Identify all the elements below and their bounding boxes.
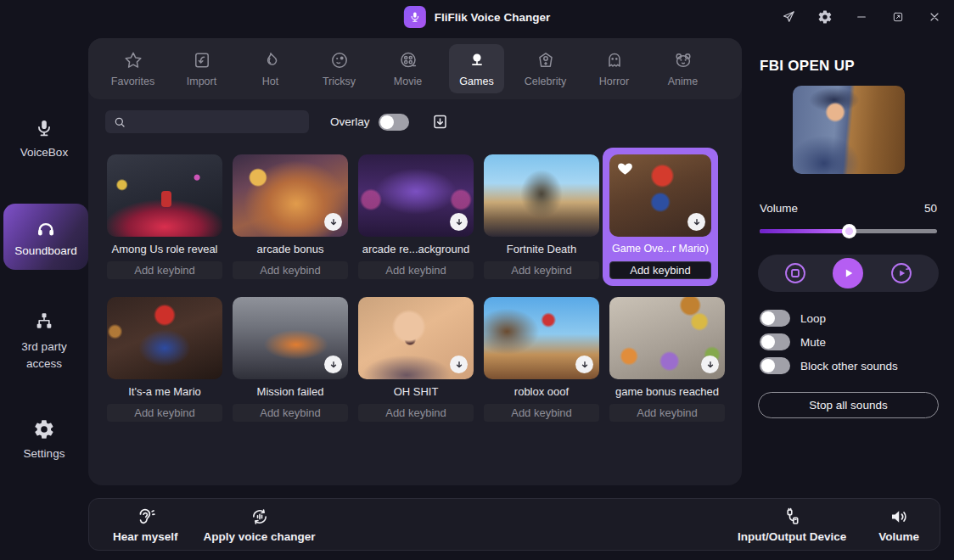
add-keybind-button[interactable]: Add keybind — [609, 261, 711, 279]
sidebar-item-label: Settings — [24, 447, 65, 460]
add-keybind-button[interactable]: Add keybind — [358, 404, 474, 422]
replay-icon — [889, 261, 913, 285]
favorite-heart-icon[interactable] — [616, 160, 634, 177]
sound-card-game-ove-r-mario[interactable]: Game Ove...r Mario) Add keybind — [603, 148, 718, 286]
close-button[interactable] — [927, 9, 942, 25]
sound-thumbnail[interactable] — [609, 297, 725, 379]
sound-thumbnail[interactable] — [609, 154, 711, 237]
search-box[interactable] — [105, 110, 309, 133]
sidebar-item-voicebox[interactable]: VoiceBox — [0, 117, 88, 159]
maximize-button[interactable] — [890, 9, 906, 25]
tab-celebrity[interactable]: Celebrity — [518, 44, 573, 93]
tab-label: Anime — [668, 76, 698, 87]
sound-thumbnail[interactable] — [358, 154, 474, 237]
gear-button[interactable] — [817, 9, 833, 25]
tab-favorites[interactable]: Favorites — [105, 44, 160, 93]
sidebar-item-label: VoiceBox — [20, 146, 68, 159]
tab-hot[interactable]: Hot — [243, 44, 298, 93]
add-keybind-button[interactable]: Add keybind — [107, 404, 222, 422]
replay-button[interactable] — [889, 260, 914, 286]
sound-card-oh-shit[interactable]: OH SHIT Add keybind — [358, 297, 474, 422]
sound-thumbnail[interactable] — [484, 154, 599, 237]
block-other-sounds-toggle[interactable] — [760, 357, 790, 374]
bottom-bar-label: Apply voice changer — [204, 530, 316, 543]
sidebar-item-settings[interactable]: Settings — [0, 418, 88, 460]
add-keybind-button[interactable]: Add keybind — [233, 404, 348, 422]
app-title: FliFlik Voice Changer — [435, 11, 550, 24]
import-icon — [192, 50, 212, 70]
sound-card-label: Mission failed — [233, 385, 348, 399]
sound-card-game-bonus-reached[interactable]: game bonus reached Add keybind — [609, 297, 725, 422]
download-badge-icon[interactable] — [701, 356, 719, 373]
sound-card-label: Game Ove...r Mario) — [609, 243, 711, 256]
play-button[interactable] — [833, 258, 863, 288]
sound-thumbnail[interactable] — [107, 297, 222, 379]
sound-thumbnail[interactable] — [107, 154, 222, 237]
stop-all-sounds-button[interactable]: Stop all sounds — [758, 392, 939, 418]
main-panel: Favorites Import Hot Tricksy Movie Games… — [88, 38, 742, 485]
bottom-bar-volume[interactable]: Volume — [878, 506, 919, 543]
sound-card-roblox-ooof[interactable]: roblox ooof Add keybind — [484, 297, 599, 422]
overlay-toggle[interactable] — [379, 114, 409, 131]
download-badge-icon[interactable] — [687, 213, 705, 231]
sidebar-item-3rd-party-access[interactable]: 3rd party access — [0, 310, 88, 372]
tab-import[interactable]: Import — [174, 44, 229, 93]
bottom-bar-hear-myself[interactable]: Hear myself — [113, 506, 178, 543]
smiley-icon — [329, 50, 350, 70]
download-icon[interactable] — [431, 113, 449, 131]
sound-card-fortnite-death[interactable]: Fortnite Death Add keybind — [484, 154, 599, 279]
tab-label: Favorites — [111, 76, 154, 87]
bottom-bar-right: Input/Output Device Volume — [738, 506, 919, 543]
toggle-row-block-other-sounds: Block other sounds — [760, 357, 954, 374]
stop-button[interactable] — [783, 260, 808, 286]
flame-icon — [261, 50, 281, 70]
minimize-button[interactable] — [854, 9, 869, 25]
tab-movie[interactable]: Movie — [380, 44, 435, 93]
toolbar: Overlay — [105, 110, 449, 133]
sound-thumbnail[interactable] — [233, 154, 348, 237]
toggle-knob — [380, 115, 394, 129]
sound-card-mission-failed[interactable]: Mission failed Add keybind — [233, 297, 348, 422]
sidebar-item-soundboard[interactable]: Soundboard — [3, 204, 88, 270]
download-badge-icon[interactable] — [324, 356, 342, 373]
sound-thumbnail[interactable] — [358, 297, 474, 379]
ear-icon — [134, 506, 156, 528]
send-button[interactable] — [781, 9, 796, 25]
download-badge-icon[interactable] — [450, 213, 468, 231]
download-badge-icon[interactable] — [450, 356, 468, 373]
gear-icon — [817, 9, 833, 25]
tab-label: Import — [187, 76, 216, 87]
tab-games[interactable]: Games — [449, 44, 504, 93]
sound-thumbnail[interactable] — [233, 297, 348, 379]
add-keybind-button[interactable]: Add keybind — [609, 404, 725, 422]
download-badge-icon[interactable] — [575, 356, 593, 373]
mute-toggle[interactable] — [760, 333, 790, 350]
bottom-bar-label: Hear myself — [113, 530, 178, 543]
close-icon — [928, 10, 941, 24]
sound-card-arcade-bonus[interactable]: arcade bonus Add keybind — [233, 154, 348, 279]
add-keybind-button[interactable]: Add keybind — [233, 261, 348, 279]
selected-sound-image — [793, 86, 905, 174]
loop-toggle[interactable] — [760, 310, 790, 327]
slider-knob[interactable] — [842, 224, 856, 238]
tab-horror[interactable]: Horror — [586, 44, 642, 93]
sound-card-among-us-role-reveal[interactable]: Among Us role reveal Add keybind — [107, 154, 222, 279]
volume-value: 50 — [924, 202, 937, 215]
sound-card-it-s-a-me-mario[interactable]: It's-a me Mario Add keybind — [107, 297, 222, 422]
add-keybind-button[interactable]: Add keybind — [107, 261, 222, 279]
add-keybind-button[interactable]: Add keybind — [484, 404, 599, 422]
bottom-bar-apply-voice-changer[interactable]: Apply voice changer — [204, 506, 316, 543]
bottom-bar-label: Volume — [878, 530, 919, 543]
bottom-bar-input-output-device[interactable]: Input/Output Device — [738, 506, 846, 543]
bottom-bar-left: Hear myself Apply voice changer — [113, 506, 316, 543]
add-keybind-button[interactable]: Add keybind — [358, 261, 474, 279]
add-keybind-button[interactable]: Add keybind — [484, 261, 599, 279]
sound-card-label: Fortnite Death — [484, 243, 599, 256]
sound-card-arcade-re-ackground[interactable]: arcade re...ackground Add keybind — [358, 154, 474, 279]
tab-tricksy[interactable]: Tricksy — [311, 44, 367, 93]
search-input[interactable] — [132, 115, 301, 128]
sound-thumbnail[interactable] — [484, 297, 599, 379]
download-badge-icon[interactable] — [324, 213, 342, 231]
volume-slider[interactable] — [760, 224, 937, 238]
tab-anime[interactable]: Anime — [655, 44, 710, 93]
